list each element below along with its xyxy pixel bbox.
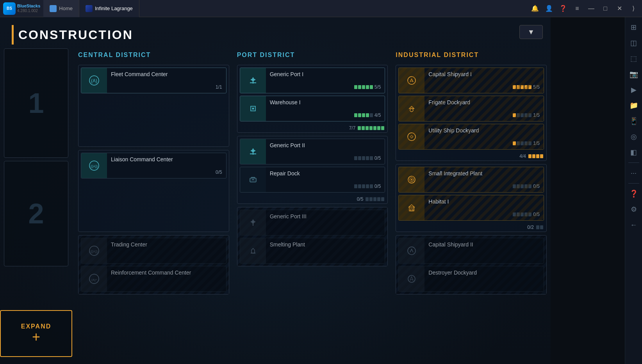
sidebar-layout-icon[interactable]: ◫	[627, 36, 641, 50]
sidebar-screen-icon[interactable]: ⬚	[627, 52, 641, 66]
industrial-row-3: Capital Shipyard II Destroyer Dockyard	[396, 235, 547, 294]
destroyer-dockyard-name: Destroyer Dockyard	[428, 269, 540, 276]
building-small-integrated-plant[interactable]: Small Integrated Plant 0/5	[398, 167, 544, 193]
generic-port3-name: Generic Port III	[270, 213, 381, 219]
repair-dock-name: Repair Dock	[270, 170, 381, 177]
utility-ship-dockyard-slots: 1/5	[428, 141, 540, 146]
generic-port2-slots: 0/5	[270, 155, 381, 161]
maximize-btn[interactable]: □	[600, 3, 611, 14]
building-repair-dock[interactable]: Repair Dock 0/5	[240, 167, 385, 193]
liaison-command-icon: ((A))	[81, 153, 107, 178]
central-row-3: ((A)) Trading Center (A)*	[78, 235, 229, 294]
building-habitat-1[interactable]: Habitat I 0/5	[398, 195, 544, 221]
sidebar-panel-icon[interactable]: ◧	[627, 145, 641, 159]
building-smelting-plant[interactable]: Smelting Plant	[240, 238, 385, 264]
building-generic-port-2[interactable]: Generic Port II 0/5	[240, 139, 385, 164]
expand-button[interactable]: EXPAND +	[0, 310, 72, 357]
building-liaison-command[interactable]: ((A)) Liaison Command Center 0/5	[81, 153, 226, 178]
habitat1-name: Habitat I	[428, 198, 540, 205]
slot-4	[366, 113, 369, 117]
repair-dock-slots: 0/5	[270, 184, 381, 189]
sidebar-location-icon[interactable]: ◎	[627, 130, 641, 144]
building-reinforcement-command[interactable]: (A)* Reinforcement Command Center	[81, 266, 226, 292]
building-utility-ship-dockyard[interactable]: Utility Ship Dockyard 1/5	[398, 124, 544, 150]
sidebar-camera-icon[interactable]: 📷	[627, 67, 641, 81]
slot-5	[370, 113, 373, 117]
row-2-indicator: 2	[4, 161, 68, 266]
side-panel: 1 2 EXPAND +	[0, 48, 72, 364]
notification-btn[interactable]: 🔔	[530, 3, 540, 14]
slot-3	[362, 113, 365, 117]
habitat1-slots: 0/5	[428, 212, 540, 217]
smelting-plant-icon	[240, 238, 266, 263]
smelting-plant-info: Smelting Plant	[266, 238, 385, 263]
slot-1	[354, 85, 357, 89]
title-accent-bar	[12, 25, 14, 45]
titlebar: BS BlueStacks 4.280.1.002 Home Infinite …	[0, 0, 642, 17]
frigate-dockyard-icon	[399, 96, 424, 121]
slot-5	[370, 85, 373, 89]
bluestacks-version: BlueStacks 4.280.1.002	[17, 4, 40, 13]
sidebar-grid-icon[interactable]: ⊞	[627, 20, 641, 34]
utility-ship-dockyard-name: Utility Ship Dockyard	[428, 127, 540, 134]
warehouse1-info: Warehouse I 4/5	[266, 96, 385, 121]
destroyer-dockyard-info: Destroyer Dockyard	[424, 266, 544, 291]
building-capital-shipyard-2[interactable]: Capital Shipyard II	[398, 238, 544, 264]
row-1-indicator: 1	[4, 48, 68, 158]
building-fleet-command[interactable]: (A) Fleet Command Center 1/1	[81, 68, 226, 93]
generic-port1-name: Generic Port I	[270, 71, 381, 77]
sidebar-folder-icon[interactable]: 📁	[627, 98, 641, 112]
game-area: CONSTRUCTION ▼ 1 2 EXPAND + CENTRAL DIST…	[0, 17, 551, 364]
industrial-row-1: Capital Shipyard I 5/5	[396, 65, 547, 161]
building-generic-port-3[interactable]: Generic Port III	[240, 210, 385, 236]
close-btn[interactable]: ✕	[614, 3, 625, 14]
frigate-dockyard-slots: 1/5	[428, 112, 540, 118]
sidebar-expand-btn[interactable]: ⟩	[628, 3, 639, 14]
frigate-dockyard-name: Frigate Dockyard	[428, 99, 540, 105]
svg-text:((A)): ((A))	[91, 164, 98, 168]
sidebar-more-icon[interactable]: ···	[627, 166, 641, 180]
building-capital-shipyard-1[interactable]: Capital Shipyard I 5/5	[398, 68, 544, 93]
repair-dock-icon	[240, 167, 266, 192]
districts-container: CENTRAL DISTRICT (A) Fleet Command Cente…	[74, 48, 551, 364]
small-integrated-plant-info: Small Integrated Plant 0/5	[424, 167, 544, 192]
sidebar-help-icon[interactable]: ❓	[627, 187, 641, 201]
warehouse1-slots: 4/5	[270, 112, 381, 118]
home-tab-icon	[50, 5, 57, 12]
account-btn[interactable]: 👤	[544, 3, 555, 14]
menu-btn[interactable]: ≡	[572, 3, 583, 14]
habitat1-info: Habitat I 0/5	[424, 195, 544, 220]
building-generic-port-1[interactable]: Generic Port I 5/5	[240, 68, 385, 93]
reinforcement-name: Reinforcement Command Center	[111, 269, 222, 276]
slot-2	[358, 85, 361, 89]
capital-shipyard2-icon	[399, 238, 424, 263]
capital-shipyard2-info: Capital Shipyard II	[424, 238, 544, 263]
building-frigate-dockyard[interactable]: Frigate Dockyard 1/5	[398, 96, 544, 121]
sidebar-back-icon[interactable]: ←	[627, 218, 641, 232]
building-trading-center[interactable]: ((A)) Trading Center	[81, 238, 226, 264]
trading-center-icon: ((A))	[81, 238, 107, 263]
utility-ship-dockyard-info: Utility Ship Dockyard 1/5	[424, 124, 544, 149]
tab-home[interactable]: Home	[43, 0, 79, 17]
game-tab-icon	[86, 5, 93, 12]
svg-point-17	[411, 179, 412, 180]
svg-text:((A)): ((A))	[91, 250, 98, 253]
sidebar-mobile-icon[interactable]: 📱	[627, 114, 641, 128]
help-btn[interactable]: ❓	[558, 3, 569, 14]
tab-game[interactable]: Infinite Lagrange	[79, 0, 139, 17]
central-district: CENTRAL DISTRICT (A) Fleet Command Cente…	[74, 48, 233, 364]
minimize-btn[interactable]: —	[586, 3, 597, 14]
dropdown-button[interactable]: ▼	[519, 25, 543, 39]
port-row-1: Generic Port I 5/5	[237, 65, 388, 133]
smelting-plant-name: Smelting Plant	[270, 241, 381, 248]
building-destroyer-dockyard[interactable]: Destroyer Dockyard	[398, 266, 544, 292]
fleet-command-slots: 1/1	[111, 84, 222, 90]
sidebar-settings-icon[interactable]: ⚙	[627, 202, 641, 216]
port-row2-total: 0/5	[237, 195, 388, 203]
capital-shipyard1-name: Capital Shipyard I	[428, 71, 540, 77]
sidebar-play-icon[interactable]: ▶	[627, 83, 641, 97]
central-row2-spacer	[78, 181, 229, 232]
repair-dock-info: Repair Dock 0/5	[266, 167, 385, 192]
building-warehouse-1[interactable]: Warehouse I 4/5	[240, 96, 385, 121]
generic-port1-slots: 5/5	[270, 84, 381, 90]
